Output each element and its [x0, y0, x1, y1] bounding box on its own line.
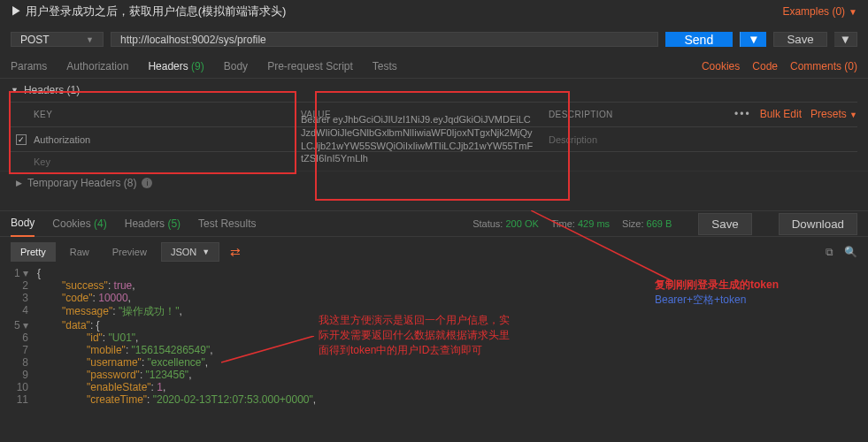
resp-tab-cookies[interactable]: Cookies (4): [52, 217, 106, 230]
header-desc-input[interactable]: Description: [542, 134, 857, 145]
copy-icon[interactable]: ⧉: [826, 246, 833, 258]
table-row[interactable]: ✓Authorization Bearer eyJhbGciOiJIUzI1Ni…: [11, 126, 857, 151]
presets-dropdown[interactable]: Presets ▼: [810, 108, 857, 120]
search-icon[interactable]: 🔍: [844, 246, 857, 258]
save-response-button[interactable]: Save: [698, 213, 751, 235]
info-icon: i: [142, 178, 152, 188]
headers-toggle[interactable]: ▼Headers (1): [0, 79, 868, 102]
view-pretty[interactable]: Pretty: [11, 242, 56, 262]
tab-tests[interactable]: Tests: [373, 60, 397, 72]
temporary-headers-toggle[interactable]: ▶Temporary Headers (8)i: [0, 171, 868, 194]
new-key-input[interactable]: Key: [34, 156, 50, 167]
resp-tab-headers[interactable]: Headers (5): [125, 217, 181, 230]
size-value: 669 B: [647, 218, 672, 229]
code-link[interactable]: Code: [752, 60, 778, 72]
send-dropdown[interactable]: ▼: [740, 32, 766, 47]
resp-tab-body[interactable]: Body: [11, 210, 35, 237]
status-value: 200 OK: [506, 218, 539, 229]
http-method-select[interactable]: POST▼: [11, 32, 104, 47]
download-response-button[interactable]: Download: [779, 213, 857, 235]
col-key-header: KEY: [34, 110, 52, 119]
format-select[interactable]: JSON▼: [161, 242, 219, 262]
row-checkbox[interactable]: ✓: [16, 134, 27, 145]
examples-dropdown[interactable]: Examples (0)▼: [782, 5, 857, 18]
header-key-input[interactable]: Authorization: [34, 134, 90, 145]
tab-body[interactable]: Body: [224, 60, 248, 72]
request-title: 用户登录成功之后，获取用户信息(模拟前端请求头): [26, 4, 287, 18]
tab-prerequest[interactable]: Pre-request Script: [267, 60, 353, 72]
url-input[interactable]: http://localhost:9002/sys/profile: [111, 32, 658, 47]
send-button[interactable]: Send: [665, 32, 734, 47]
more-icon[interactable]: •••: [734, 108, 751, 120]
tab-headers[interactable]: Headers (9): [148, 60, 204, 72]
time-value: 429 ms: [578, 218, 610, 229]
header-value-input[interactable]: Bearer eyJhbGciOiJIUzI1NiJ9.eyJqdGkiOiJV…: [301, 114, 533, 164]
save-dropdown[interactable]: ▼: [834, 32, 857, 47]
comments-link[interactable]: Comments (0): [790, 60, 857, 72]
wrap-icon[interactable]: ⇄: [225, 245, 246, 259]
view-raw[interactable]: Raw: [61, 243, 98, 261]
resp-tab-testresults[interactable]: Test Results: [198, 217, 256, 230]
save-button[interactable]: Save: [773, 32, 826, 47]
response-body[interactable]: 1 ▾{ 2"success": true, 3"code": 10000, 4…: [0, 267, 868, 406]
view-preview[interactable]: Preview: [104, 243, 156, 261]
cookies-link[interactable]: Cookies: [702, 60, 740, 72]
tab-authorization[interactable]: Authorization: [66, 60, 128, 72]
bulk-edit-link[interactable]: Bulk Edit: [760, 108, 802, 120]
tab-params[interactable]: Params: [11, 60, 47, 72]
